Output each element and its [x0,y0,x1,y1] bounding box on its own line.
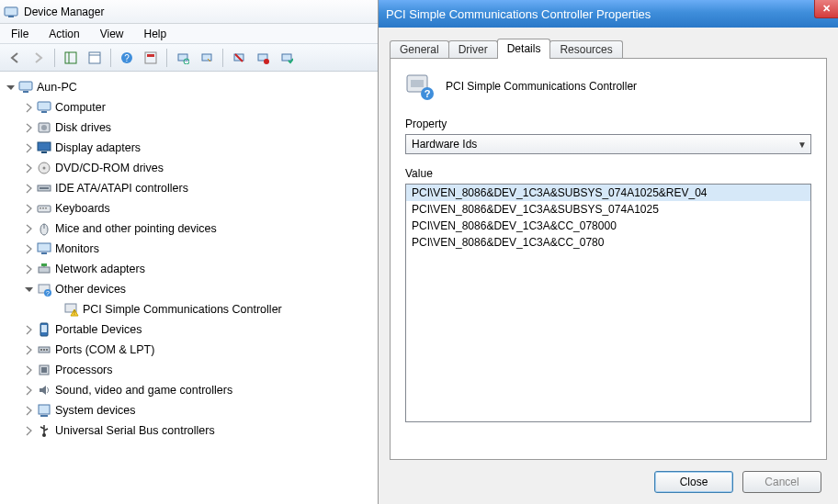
tree-root[interactable]: Aun-PC [0,77,378,97]
expand-icon[interactable] [24,143,34,153]
tree-node-label: IDE ATA/ATAPI controllers [55,182,188,195]
tree-node[interactable]: Mice and other pointing devices [0,218,378,239]
tree-node[interactable]: Processors [0,360,378,380]
tree-node[interactable]: Universal Serial Bus controllers [0,420,378,441]
tb-help-icon[interactable]: ? [116,47,138,69]
tb-back-icon[interactable] [4,47,26,69]
tree-node-label: Monitors [55,242,99,255]
expand-icon[interactable] [24,426,34,436]
svg-rect-8 [145,52,156,63]
svg-rect-56 [40,415,48,417]
value-row[interactable]: PCI\VEN_8086&DEV_1C3A&CC_0780 [406,234,810,251]
tb-sep [222,49,223,67]
svg-rect-19 [23,91,28,93]
expand-icon[interactable] [24,123,34,133]
tree-node[interactable]: Display adapters [0,138,378,158]
property-select-value: Hardware Ids [412,138,477,151]
tree-node-label: Network adapters [55,263,145,275]
network-icon [37,262,51,276]
tree-child-node[interactable]: !PCI Simple Communications Controller [0,299,378,319]
tree-node[interactable]: DVD/CD-ROM drives [0,158,378,178]
svg-point-50 [40,349,42,351]
usb-icon [37,423,51,438]
tb-sep [110,49,111,67]
tree-node-label: DVD/CD-ROM drives [55,162,164,174]
details-panel: ? PCI Simple Communications Controller P… [390,58,827,460]
tab-general[interactable]: General [390,40,449,59]
tab-details[interactable]: Details [497,39,551,59]
expand-icon[interactable] [24,244,34,254]
svg-text:!: ! [74,309,75,316]
tb-scan-hardware-icon[interactable] [172,47,194,69]
expand-icon[interactable] [24,103,34,113]
tb-show-hide-tree-icon[interactable] [60,47,82,69]
tree-node[interactable]: Portable Devices [0,319,378,340]
expand-icon[interactable] [24,365,34,375]
collapse-icon[interactable] [24,285,34,295]
property-label: Property [405,118,811,130]
expand-icon[interactable] [24,184,34,194]
sound-icon [37,383,51,398]
tree-node[interactable]: IDE ATA/ATAPI controllers [0,178,378,198]
value-listbox[interactable]: PCI\VEN_8086&DEV_1C3A&SUBSYS_074A1025&RE… [405,184,811,422]
expand-icon[interactable] [24,325,34,335]
tree-node[interactable]: Ports (COM & LPT) [0,340,378,360]
menu-view[interactable]: View [96,26,128,42]
expand-icon[interactable] [24,163,34,174]
expand-icon[interactable] [24,406,34,416]
svg-rect-12 [202,54,211,61]
tab-resources[interactable]: Resources [549,40,622,59]
dm-titlebar: Device Manager [0,0,378,24]
device-tree[interactable]: Aun-PC ComputerDisk drivesDisplay adapte… [0,73,378,504]
collapse-icon[interactable] [6,83,16,93]
tab-driver[interactable]: Driver [448,40,498,59]
close-button[interactable]: Close [654,471,733,493]
disk-icon [37,120,51,135]
tree-node[interactable]: Disk drives [0,118,378,138]
svg-rect-20 [38,102,51,110]
monitor-icon [37,241,51,256]
menu-help[interactable]: Help [141,26,171,42]
menu-action[interactable]: Action [45,26,83,42]
tb-forward-icon[interactable] [28,47,50,69]
svg-rect-38 [39,267,50,273]
expand-icon[interactable] [24,386,34,396]
tree-node[interactable]: Keyboards [0,198,378,218]
svg-rect-9 [147,54,154,57]
tree-node[interactable]: ?Other devices [0,279,378,299]
value-row[interactable]: PCI\VEN_8086&DEV_1C3A&CC_078000 [406,218,810,234]
svg-rect-55 [39,405,50,414]
tb-disable-icon[interactable] [252,47,274,69]
close-icon[interactable]: ✕ [814,0,838,18]
tree-node[interactable]: Sound, video and game controllers [0,380,378,400]
value-row[interactable]: PCI\VEN_8086&DEV_1C3A&SUBSYS_074A1025 [406,201,810,218]
property-select[interactable]: Hardware Ids ▼ [405,134,811,154]
tree-node-label: Other devices [55,283,126,296]
tree-node[interactable]: Network adapters [0,259,378,279]
expand-icon[interactable] [24,204,34,214]
expand-icon[interactable] [24,224,34,234]
dvd-icon [37,161,51,175]
tb-properties-icon[interactable] [84,47,106,69]
tb-uninstall-icon[interactable] [228,47,250,69]
svg-rect-32 [42,207,44,209]
cancel-button[interactable]: Cancel [742,471,821,493]
mouse-icon [37,221,51,236]
value-row[interactable]: PCI\VEN_8086&DEV_1C3A&SUBSYS_074A1025&RE… [406,185,810,201]
svg-rect-36 [38,243,51,252]
tree-node[interactable]: Monitors [0,239,378,259]
svg-rect-25 [41,151,47,153]
tabstrip: General Driver Details Resources [390,39,622,59]
expand-icon[interactable] [24,264,34,274]
tree-node-label: Keyboards [55,202,110,215]
other-icon: ? [37,282,51,297]
menu-file[interactable]: File [7,26,32,42]
tb-enable-icon[interactable] [276,47,298,69]
computer-icon [18,80,33,95]
tb-action-icon[interactable] [140,47,162,69]
tree-node[interactable]: System devices [0,400,378,420]
device-manager-window: Device Manager File Action View Help ? A… [0,0,379,504]
expand-icon[interactable] [24,345,34,355]
tb-update-driver-icon[interactable] [196,47,218,69]
tree-node[interactable]: Computer [0,97,378,118]
